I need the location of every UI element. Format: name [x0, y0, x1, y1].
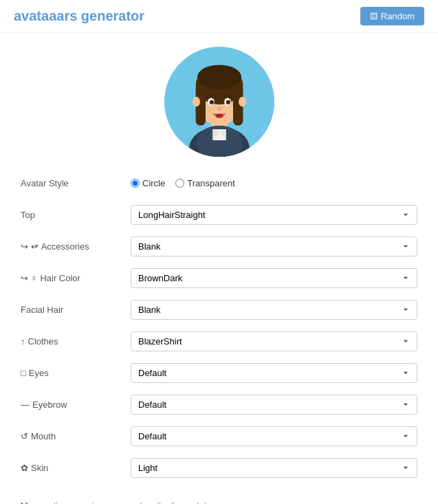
eyes-row: □ Eyes Default Close Cry Dizzy EyeRoll H…	[21, 360, 417, 385]
hair-color-label: ↪ ♀ Hair Color	[21, 273, 131, 283]
eyes-select[interactable]: Default Close Cry Dizzy EyeRoll Happy He…	[131, 363, 417, 383]
subscribe-link[interactable]: subscribe for updates	[131, 501, 216, 504]
skin-icon: ✿	[21, 463, 28, 473]
top-input: LongHairStraight LongHairCurly ShortHair…	[131, 205, 417, 225]
accessories-row: ↪ ↫ Accessories Blank Kurt Prescription0…	[21, 234, 417, 259]
facial-hair-input: Blank BeardLight BeardMagestic BeardMedi…	[131, 300, 417, 320]
clothes-label: ↑ Clothes	[21, 336, 131, 347]
eyes-input: Default Close Cry Dizzy EyeRoll Happy He…	[131, 363, 417, 383]
clothes-icon: ↑	[21, 336, 25, 347]
random-button[interactable]: ⚄ Random	[360, 7, 424, 25]
clothes-select[interactable]: BlazerShirt BlazerSweater CollarSweater …	[131, 331, 417, 351]
avatar-style-row: Avatar Style Circle Transparent	[21, 171, 417, 195]
mouth-select[interactable]: Default Concerned Disbelief Eating Grima…	[131, 426, 417, 446]
mouth-row: ↺ Mouth Default Concerned Disbelief Eati…	[21, 424, 417, 448]
svg-point-11	[197, 65, 241, 89]
avatar-circle	[164, 47, 274, 157]
eyebrow-icon: —	[21, 399, 30, 410]
controls: Avatar Style Circle Transparent Top Long…	[0, 167, 438, 497]
facial-hair-label: Facial Hair	[21, 305, 131, 315]
svg-point-19	[215, 114, 223, 118]
hair-color-select[interactable]: Auburn Black Blonde BlondeGolden Brown B…	[131, 268, 417, 288]
avatar-style-circle[interactable]: Circle	[131, 178, 165, 188]
skin-row: ✿ Skin Tanned Yellow Pale Light Brown Da…	[21, 455, 417, 480]
accessories-label: ↪ ↫ Accessories	[21, 241, 131, 252]
avatar-style-circle-radio[interactable]	[131, 179, 140, 188]
clothes-input: BlazerShirt BlazerSweater CollarSweater …	[131, 331, 417, 351]
header: avataaars generator ⚄ Random	[0, 0, 438, 33]
hair-color-row: ↪ ♀ Hair Color Auburn Black Blonde Blond…	[21, 265, 417, 290]
avatar-area	[0, 33, 438, 167]
skin-select[interactable]: Tanned Yellow Pale Light Brown DarkBrown…	[131, 458, 417, 478]
mouth-input: Default Concerned Disbelief Eating Grima…	[131, 426, 417, 446]
svg-point-18	[217, 107, 221, 111]
random-icon: ⚄	[370, 11, 377, 21]
eyes-icon: □	[21, 368, 26, 378]
hair-color-input: Auburn Black Blonde BlondeGolden Brown B…	[131, 268, 417, 288]
clothes-row: ↑ Clothes BlazerShirt BlazerSweater Coll…	[21, 329, 417, 353]
top-row: Top LongHairStraight LongHairCurly Short…	[21, 202, 417, 227]
eyebrow-label: — Eyebrow	[21, 399, 131, 410]
skin-label: ✿ Skin	[21, 463, 131, 473]
eyebrow-input: Default Angry AngryNatural DefaultNatura…	[131, 395, 417, 415]
random-button-label: Random	[381, 11, 415, 21]
eyebrow-select[interactable]: Default Angry AngryNatural DefaultNatura…	[131, 395, 417, 415]
svg-point-17	[228, 100, 230, 102]
avatar-style-input: Circle Transparent	[131, 178, 417, 188]
top-label: Top	[21, 210, 131, 220]
footer-text: More options coming soon, subscribe for …	[0, 497, 438, 504]
app-title: avataaars generator	[14, 8, 144, 24]
top-select[interactable]: LongHairStraight LongHairCurly ShortHair…	[131, 205, 417, 225]
skin-input: Tanned Yellow Pale Light Brown DarkBrown…	[131, 458, 417, 478]
accessories-icon: ↪ ↫	[21, 241, 39, 252]
svg-point-16	[211, 100, 213, 102]
eyebrow-row: — Eyebrow Default Angry AngryNatural Def…	[21, 392, 417, 417]
mouth-icon: ↺	[21, 431, 28, 441]
eyes-label: □ Eyes	[21, 368, 131, 378]
hair-color-icon: ↪ ♀	[21, 273, 37, 283]
mouth-label: ↺ Mouth	[21, 431, 131, 441]
avatar-style-transparent-radio[interactable]	[175, 179, 184, 188]
svg-point-20	[192, 97, 199, 107]
facial-hair-row: Facial Hair Blank BeardLight BeardMagest…	[21, 297, 417, 322]
accessories-select[interactable]: Blank Kurt Prescription01 Prescription02…	[131, 237, 417, 256]
accessories-input: Blank Kurt Prescription01 Prescription02…	[131, 237, 417, 256]
avatar-style-label: Avatar Style	[21, 178, 131, 188]
facial-hair-select[interactable]: Blank BeardLight BeardMagestic BeardMedi…	[131, 300, 417, 320]
svg-point-21	[239, 97, 246, 107]
avatar-style-transparent[interactable]: Transparent	[175, 178, 235, 188]
avatar-svg	[164, 47, 274, 157]
